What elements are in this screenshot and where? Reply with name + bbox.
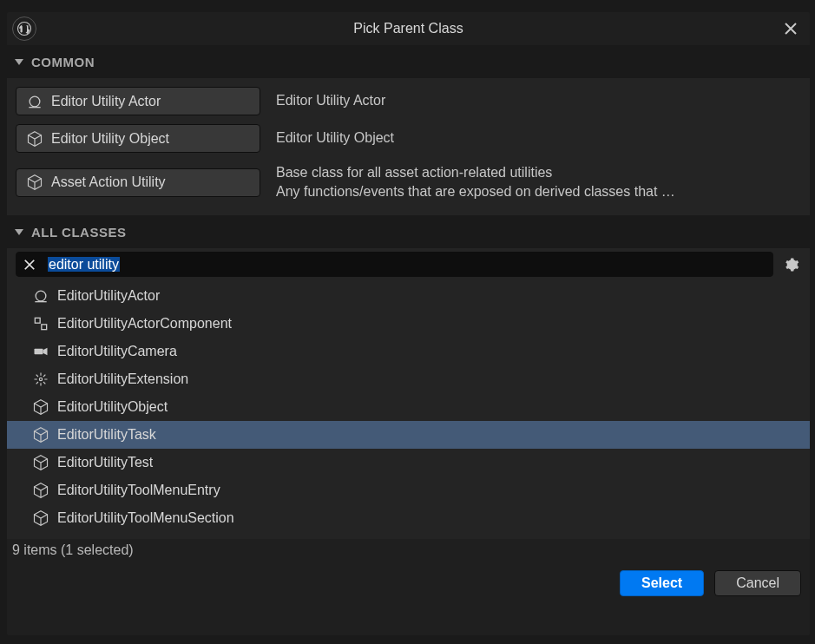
- extension-icon: [31, 370, 50, 389]
- class-list-item[interactable]: EditorUtilityToolMenuSection: [7, 504, 810, 532]
- status-text: 9 items (1 selected): [7, 539, 810, 558]
- class-list-item-label: EditorUtilityTest: [57, 455, 153, 470]
- class-list-item-label: EditorUtilityToolMenuSection: [57, 510, 234, 526]
- class-list-item-label: EditorUtilityExtension: [57, 371, 188, 387]
- common-class-label: Editor Utility Actor: [51, 94, 161, 109]
- class-list-item[interactable]: EditorUtilityCamera: [7, 338, 810, 365]
- class-list-item[interactable]: EditorUtilityTask: [7, 421, 810, 449]
- class-list-item[interactable]: EditorUtilityTest: [7, 449, 810, 476]
- close-button[interactable]: [780, 18, 801, 39]
- common-class-label: Editor Utility Object: [51, 131, 169, 147]
- cube-icon: [31, 425, 50, 444]
- class-list-item-label: EditorUtilityObject: [57, 399, 168, 415]
- cube-icon: [25, 129, 44, 148]
- component-icon: [31, 314, 50, 333]
- class-list-item-label: EditorUtilityActorComponent: [57, 316, 232, 332]
- cube-icon: [25, 173, 44, 192]
- search-text: editor utility: [48, 257, 120, 273]
- actor-sphere-icon: [25, 92, 44, 111]
- class-list-item-label: EditorUtilityToolMenuEntry: [57, 483, 220, 498]
- select-button[interactable]: Select: [620, 570, 704, 596]
- actor-sphere-icon: [31, 286, 50, 306]
- all-classes-section-header[interactable]: ALL CLASSES: [7, 215, 810, 248]
- class-list-item[interactable]: EditorUtilityObject: [7, 393, 810, 421]
- unreal-logo-icon: [12, 16, 36, 41]
- class-list-item[interactable]: EditorUtilityActor: [7, 282, 810, 310]
- cube-icon: [31, 453, 50, 472]
- titlebar: Pick Parent Class: [7, 12, 810, 45]
- chevron-down-icon: [14, 227, 24, 237]
- common-class-description: Base class for all asset action-related …: [276, 163, 801, 202]
- common-section-title: COMMON: [31, 55, 95, 69]
- class-list-item[interactable]: EditorUtilityActorComponent: [7, 310, 810, 338]
- cancel-button[interactable]: Cancel: [714, 570, 801, 596]
- common-class-button[interactable]: Editor Utility Object: [16, 124, 260, 153]
- class-list-item-label: EditorUtilityCamera: [57, 344, 177, 359]
- common-class-button[interactable]: Editor Utility Actor: [16, 87, 260, 115]
- all-classes-section: editor utility EditorUtilityActorEditorU…: [7, 248, 810, 539]
- all-classes-section-title: ALL CLASSES: [31, 225, 126, 240]
- cube-icon: [31, 398, 50, 417]
- class-filter-settings-button[interactable]: [782, 255, 801, 274]
- cube-icon: [31, 481, 50, 500]
- common-section-header[interactable]: COMMON: [7, 45, 810, 78]
- class-search-input[interactable]: editor utility: [16, 252, 773, 277]
- common-class-description: Editor Utility Actor: [276, 91, 801, 110]
- class-list-item-label: EditorUtilityActor: [57, 288, 160, 304]
- common-class-description: Editor Utility Object: [276, 128, 801, 148]
- pick-parent-class-dialog: Pick Parent Class COMMON Editor Utility …: [7, 12, 810, 635]
- clear-search-button[interactable]: [22, 257, 37, 273]
- dialog-title: Pick Parent Class: [36, 21, 780, 36]
- class-list-item-label: EditorUtilityTask: [57, 427, 156, 443]
- common-class-button[interactable]: Asset Action Utility: [16, 168, 260, 197]
- common-class-label: Asset Action Utility: [51, 174, 166, 190]
- class-list: EditorUtilityActorEditorUtilityActorComp…: [7, 282, 810, 536]
- class-list-item[interactable]: EditorUtilityExtension: [7, 365, 810, 393]
- cube-icon: [31, 509, 50, 528]
- common-section: Editor Utility ActorEditor Utility Actor…: [7, 78, 810, 215]
- chevron-down-icon: [14, 56, 24, 67]
- camera-icon: [31, 342, 50, 361]
- class-list-item[interactable]: EditorUtilityToolMenuEntry: [7, 476, 810, 504]
